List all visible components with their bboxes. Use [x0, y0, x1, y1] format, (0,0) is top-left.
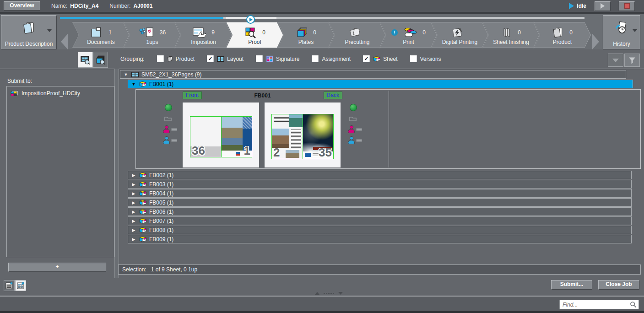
- step-product[interactable]: 0 Product: [534, 22, 591, 48]
- chevron-right-icon[interactable]: ▶: [131, 182, 136, 187]
- submit-target-list[interactable]: ImpositionProof_HDCity: [6, 86, 114, 257]
- tree-row-sheet[interactable]: ▶ FB007 (1): [128, 216, 632, 225]
- tree-row-sheet[interactable]: ▶ FB002 (1): [128, 171, 632, 179]
- photo-buildings: [272, 129, 289, 148]
- step-sheet-finishing[interactable]: 0 Sheet finishing: [482, 22, 540, 48]
- tree-row-sheet[interactable]: ▶ FB008 (1): [128, 226, 632, 234]
- list-view-icon: [5, 281, 13, 290]
- page-number: 35: [319, 146, 332, 158]
- step-label: Plates: [298, 39, 314, 45]
- status-ok-icon: [350, 104, 357, 111]
- page-number: 36: [192, 145, 205, 156]
- chevron-right-icon[interactable]: ▶: [131, 200, 136, 205]
- back-sheet-preview[interactable]: 2 35: [265, 103, 341, 167]
- tree-row-sheet[interactable]: ▶ FB003 (1): [128, 180, 632, 189]
- step-documents[interactable]: 1 Documents: [72, 22, 130, 48]
- list-item[interactable]: ImpositionProof_HDCity: [7, 86, 114, 97]
- step-print[interactable]: ! 0 Print: [380, 22, 437, 48]
- close-job-button[interactable]: Close Job: [598, 280, 639, 290]
- versions-checkbox[interactable]: [410, 55, 417, 63]
- publisher-logo: [236, 152, 240, 156]
- photo-greenery: [222, 145, 243, 151]
- minus-icon: [171, 139, 177, 142]
- step-imposition[interactable]: 9 Imposition: [175, 22, 232, 48]
- photo-city: [222, 128, 243, 138]
- tree-row-label: FB007 (1): [149, 218, 173, 224]
- add-submit-target-button[interactable]: +: [8, 263, 106, 272]
- splitter-grip[interactable]: [324, 293, 334, 294]
- back-right-page[interactable]: 35: [303, 114, 334, 159]
- panel-divider: [389, 91, 389, 167]
- stop-job-button[interactable]: [619, 1, 635, 11]
- step-product-description[interactable]: Product Description: [1, 15, 57, 49]
- step-precutting[interactable]: Precutting: [329, 22, 386, 48]
- chevron-right-icon[interactable]: ▶: [131, 191, 136, 196]
- layout-checkbox[interactable]: ✓: [206, 55, 214, 63]
- detail-view-button[interactable]: [15, 280, 26, 291]
- step-1ups[interactable]: 36 1ups: [124, 22, 181, 48]
- view-sheet-detail-toggle[interactable]: [78, 52, 93, 68]
- tree-row-sheet[interactable]: ▶ FB004 (1): [128, 189, 632, 198]
- job-number-label: Number:: [109, 3, 130, 9]
- history-dropdown-icon[interactable]: [633, 29, 637, 32]
- collapse-down-icon[interactable]: [338, 292, 343, 295]
- job-number-value: AJ0001: [133, 3, 152, 9]
- chevron-right-icon[interactable]: ▶: [131, 210, 136, 214]
- front-left-page[interactable]: 36: [190, 117, 221, 157]
- back-left-page[interactable]: 2: [272, 114, 303, 159]
- chevron-down-icon[interactable]: ▼: [123, 72, 129, 77]
- resume-job-button[interactable]: [595, 1, 611, 11]
- horizontal-splitter[interactable]: [0, 292, 644, 297]
- scroll-steps-right-icon[interactable]: [592, 34, 599, 49]
- find-input[interactable]: [560, 301, 630, 308]
- tree-row-sheet[interactable]: ▶ FB009 (1): [128, 235, 632, 243]
- back-side-button[interactable]: Back: [324, 92, 342, 99]
- tree-row-sheet[interactable]: ▶ FB005 (1): [128, 198, 632, 207]
- front-right-page[interactable]: 1: [221, 117, 252, 157]
- submit-button[interactable]: Submit...: [551, 280, 592, 290]
- tree-row-label: FB005 (1): [149, 200, 173, 206]
- tree-row-label: FB002 (1): [149, 172, 173, 178]
- product-description-dropdown-icon[interactable]: [47, 29, 52, 32]
- sheet-finishing-icon: [501, 27, 512, 38]
- front-sheet-preview[interactable]: 36 1: [183, 103, 259, 167]
- product-checkbox[interactable]: [157, 55, 164, 63]
- chevron-down-icon[interactable]: ▼: [131, 82, 136, 86]
- list-view-button[interactable]: [4, 280, 15, 291]
- overview-button[interactable]: Overview: [4, 1, 40, 11]
- sheet-checkbox[interactable]: ✓: [363, 55, 370, 63]
- step-plates[interactable]: 0 Plates: [277, 22, 335, 48]
- stack-magnifier-icon: [96, 55, 106, 65]
- search-icon[interactable]: [630, 301, 637, 308]
- step-proof[interactable]: 0 Proof: [226, 22, 283, 48]
- person-cyan-icon: [163, 137, 169, 144]
- scroll-steps-left-icon[interactable]: [61, 34, 68, 49]
- print-alert-icon: !: [391, 29, 398, 36]
- step-label: Print: [403, 39, 414, 45]
- chevron-right-icon[interactable]: ▶: [131, 237, 136, 242]
- sheet-title: FB001: [183, 92, 342, 99]
- tree-row-sheet-selected[interactable]: ▼ FB001 (1): [128, 80, 633, 88]
- tree-row-sheet[interactable]: ▶ FB006 (1): [128, 207, 632, 216]
- signature-checkbox[interactable]: [255, 55, 263, 63]
- view-sheet-stack-toggle[interactable]: [93, 52, 108, 68]
- tree-row-layout-root[interactable]: ▼ SM52_2X1_36Pages (9): [120, 70, 626, 79]
- chevron-right-icon[interactable]: ▶: [131, 173, 136, 178]
- chevron-right-icon[interactable]: ▶: [131, 228, 136, 232]
- step-digital-printing[interactable]: Digital Printing: [431, 22, 488, 48]
- person-magenta-icon: [163, 126, 169, 133]
- step-history[interactable]: History: [603, 15, 640, 49]
- step-count: 0: [313, 29, 316, 36]
- assignment-checkbox[interactable]: [311, 55, 319, 63]
- status-play-icon: [569, 3, 574, 9]
- print-icon: [403, 27, 417, 38]
- chevron-right-icon[interactable]: ▶: [131, 219, 136, 223]
- job-name-label: Name:: [51, 3, 67, 9]
- page-number: 2: [273, 146, 280, 158]
- grouping-dropdown-button[interactable]: [608, 54, 623, 67]
- collapse-up-icon[interactable]: [315, 292, 319, 295]
- job-name-value: HDCity_A4: [70, 3, 98, 9]
- grouping-option-product: Product: [157, 55, 195, 63]
- filter-button[interactable]: [624, 54, 640, 67]
- folder-status-icon: [349, 115, 357, 122]
